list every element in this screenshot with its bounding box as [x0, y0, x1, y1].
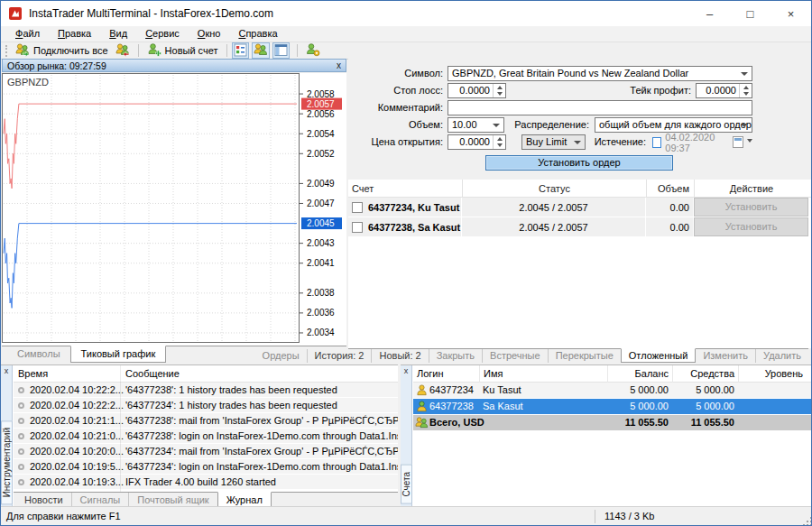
toolbar-grip[interactable] — [5, 45, 8, 57]
maximize-button[interactable]: □ — [730, 1, 770, 26]
expiration-checkbox[interactable] — [652, 137, 661, 148]
menu-window[interactable]: Окно — [189, 27, 230, 41]
journal-table: Время Сообщение 2020.02.04 10:22:2...'64… — [14, 365, 398, 492]
minimize-button[interactable]: – — [689, 1, 730, 26]
journal-row[interactable]: 2020.02.04 10:21:1...'64377238': mail fr… — [14, 413, 398, 429]
name-cell: Ku Tasut — [483, 384, 521, 395]
tab-modify[interactable]: Изменить — [696, 349, 755, 363]
log-dot-icon — [18, 479, 24, 485]
take-profit-input[interactable]: 0.0000 — [696, 83, 752, 98]
tab-history[interactable]: История: 2 — [307, 349, 372, 363]
tab-counter[interactable]: Встречные — [482, 349, 548, 363]
order-panel: Символ: GBPNZD, Great Britain Pound vs N… — [348, 59, 812, 363]
tab-close[interactable]: Закрыть — [429, 349, 482, 363]
row-checkbox[interactable] — [352, 202, 363, 213]
journal-row[interactable]: 2020.02.04 10:20:0...'64377234': mail fr… — [14, 444, 398, 459]
spinner-buttons[interactable] — [493, 135, 505, 149]
journal-row[interactable]: 2020.02.04 10:19:3...IFX Trader 4.00 bui… — [14, 475, 398, 490]
tab-tick-chart[interactable]: Тиковый график — [70, 346, 167, 363]
tab-symbols[interactable]: Символы — [7, 346, 70, 363]
close-button[interactable]: × — [770, 1, 811, 26]
journal-row[interactable]: 2020.02.04 10:21:0...'64377238': login o… — [14, 429, 398, 444]
column-header-account[interactable]: Счет — [352, 180, 460, 198]
column-divider — [120, 365, 121, 492]
symbol-select[interactable]: GBPNZD, Great Britain Pound vs New Zeala… — [448, 66, 752, 81]
log-dot-icon — [18, 448, 24, 455]
market-watch-panel: Обзор рынка: 09:27:59 x 2.00582.00562.00… — [2, 59, 346, 363]
place-order-button[interactable]: Установить ордер — [485, 155, 673, 171]
column-header-login[interactable]: Логин — [417, 365, 475, 383]
new-account-button[interactable]: Новый счет — [143, 43, 222, 59]
column-header-balance[interactable]: Баланс — [607, 365, 669, 383]
comment-input[interactable] — [448, 100, 752, 115]
svg-text:2.0057: 2.0057 — [307, 99, 335, 109]
menu-help[interactable]: Справка — [229, 27, 286, 41]
stop-loss-input[interactable]: 0.0000 — [448, 83, 506, 98]
accounts-close-icon[interactable]: x — [404, 366, 409, 375]
column-header-message[interactable]: Сообщение — [125, 365, 306, 383]
menu-service[interactable]: Сервис — [136, 27, 189, 41]
market-watch-toggle-button[interactable] — [232, 42, 249, 59]
open-price-label: Цена открытия: — [348, 134, 443, 150]
column-header-equity[interactable]: Средства — [672, 365, 734, 383]
person-icon — [415, 383, 429, 399]
market-watch-close-icon[interactable]: x — [337, 60, 341, 70]
tab-pending[interactable]: Отложенный — [621, 348, 697, 363]
journal-row[interactable]: 2020.02.04 10:19:5...'64377234': login o… — [14, 459, 398, 475]
order-table-row[interactable]: 64377234, Ku Tasut 2.0045 / 2.0057 0.00 … — [348, 198, 811, 217]
column-header-volume[interactable]: Объем — [646, 180, 693, 198]
toolbox-toggle-button[interactable] — [272, 42, 290, 59]
toolbox-vertical-tab[interactable]: Инструментарий — [1, 420, 13, 504]
resize-grip[interactable] — [807, 521, 808, 522]
statusbar: Для справки нажмите F1 1143 / 3 Kb — [1, 506, 811, 525]
menu-file[interactable]: Файл — [6, 27, 49, 41]
tab-news[interactable]: Новости — [16, 493, 71, 507]
open-price-input[interactable]: 0.0000 — [448, 134, 506, 150]
new-account-icon — [147, 42, 161, 59]
order-table-row[interactable]: 64377238, Sa Kasut 2.0045 / 2.0057 0.00 … — [348, 217, 811, 236]
log-dot-icon — [18, 402, 24, 409]
group-icon — [415, 416, 429, 431]
journal-row[interactable]: 2020.02.04 10:22:2...'64377238': 1 histo… — [14, 383, 398, 398]
volume-cell: 0.00 — [646, 198, 693, 217]
tab-orders[interactable]: Ордеры — [255, 349, 307, 363]
login-cell: 64377238 — [429, 401, 474, 411]
column-header-level[interactable]: Уровень — [738, 365, 803, 383]
tick-chart-area[interactable]: 2.00582.00562.00542.00522.00492.00472.00… — [2, 73, 346, 346]
tab-journal[interactable]: Журнал — [217, 492, 272, 507]
column-header-status[interactable]: Статус — [462, 180, 646, 198]
account-cell: 64377238, Sa Kasut — [368, 222, 460, 233]
tab-signals[interactable]: Сигналы — [71, 493, 129, 507]
column-header-name[interactable]: Имя — [479, 365, 605, 383]
toolbox-close-icon[interactable]: x — [5, 366, 9, 375]
chevron-down-icon — [741, 72, 748, 79]
accounts-vertical-tab[interactable]: Счета — [401, 465, 412, 504]
account-row[interactable]: 64377234 Ku Tasut 5 000.00 5 000.00 — [413, 383, 812, 399]
disconnect-all-button[interactable] — [112, 43, 134, 59]
account-row-selected[interactable]: 64377238 Sa Kasut 5 000.00 5 000.00 — [413, 399, 812, 415]
tab-mailbox[interactable]: Почтовый ящик — [128, 493, 217, 507]
set-order-button[interactable]: Установить — [694, 198, 808, 217]
tab-covered[interactable]: Перекрытые — [548, 349, 621, 363]
app-window: InstaTrader MultiTerminal - InstaForex-1… — [0, 0, 812, 526]
menu-view[interactable]: Вид — [100, 27, 136, 41]
accounts-panel: x Счета Логин Имя Баланс Средства Уровен… — [401, 365, 812, 507]
set-order-button[interactable]: Установить — [694, 217, 808, 236]
journal-row[interactable]: 2020.02.04 10:22:2...'64377234': 1 histo… — [14, 398, 398, 413]
calendar-icon[interactable] — [733, 136, 743, 148]
spinner-buttons[interactable] — [739, 84, 752, 97]
connect-all-button[interactable]: Подключить все — [12, 43, 112, 59]
distribution-select[interactable]: общий объем для каждого ордера — [595, 117, 752, 133]
column-header-action[interactable]: Действие — [694, 180, 808, 198]
menu-edit[interactable]: Правка — [49, 27, 100, 41]
column-header-time[interactable]: Время — [18, 365, 117, 383]
accounts-toggle-button[interactable] — [252, 42, 270, 59]
profile-settings-button[interactable] — [302, 43, 324, 59]
spin-down-icon — [497, 143, 503, 150]
tab-new[interactable]: Новый: 2 — [371, 349, 428, 363]
tab-delete[interactable]: Удалить — [755, 349, 808, 363]
row-checkbox[interactable] — [352, 222, 363, 233]
spinner-buttons[interactable] — [493, 84, 505, 97]
svg-text:2.0052: 2.0052 — [307, 149, 335, 159]
expiration-field[interactable]: 04.02.2020 09:37 — [652, 134, 752, 150]
